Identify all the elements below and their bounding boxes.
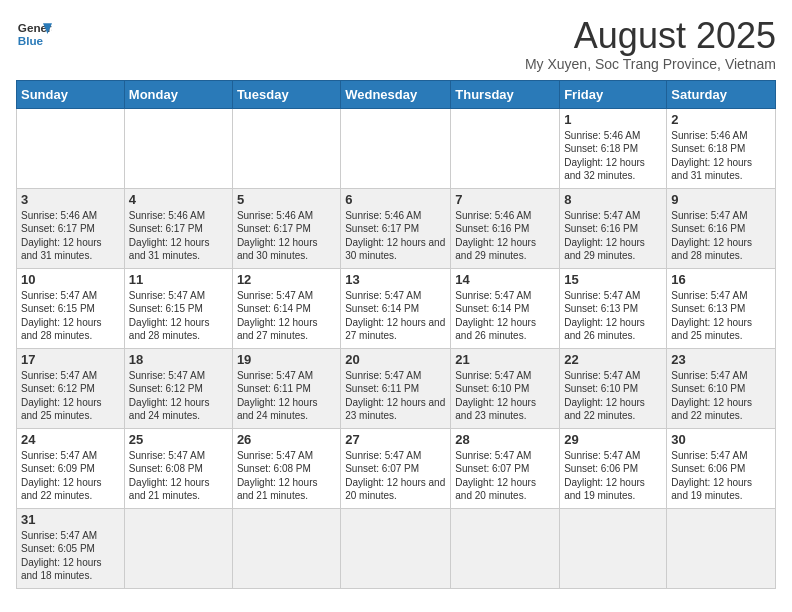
day-number: 22 (564, 352, 662, 367)
day-number: 29 (564, 432, 662, 447)
calendar-cell (17, 108, 125, 188)
day-info: Sunrise: 5:47 AM Sunset: 6:11 PM Dayligh… (237, 369, 336, 423)
day-number: 14 (455, 272, 555, 287)
day-info: Sunrise: 5:47 AM Sunset: 6:15 PM Dayligh… (21, 289, 120, 343)
calendar-cell (560, 508, 667, 588)
day-info: Sunrise: 5:47 AM Sunset: 6:11 PM Dayligh… (345, 369, 446, 423)
calendar-cell: 16Sunrise: 5:47 AM Sunset: 6:13 PM Dayli… (667, 268, 776, 348)
calendar-cell: 7Sunrise: 5:46 AM Sunset: 6:16 PM Daylig… (451, 188, 560, 268)
calendar-cell (341, 108, 451, 188)
calendar-cell: 11Sunrise: 5:47 AM Sunset: 6:15 PM Dayli… (124, 268, 232, 348)
day-info: Sunrise: 5:47 AM Sunset: 6:10 PM Dayligh… (455, 369, 555, 423)
col-tuesday: Tuesday (232, 80, 340, 108)
calendar-cell: 29Sunrise: 5:47 AM Sunset: 6:06 PM Dayli… (560, 428, 667, 508)
calendar-table: Sunday Monday Tuesday Wednesday Thursday… (16, 80, 776, 589)
day-number: 5 (237, 192, 336, 207)
calendar-cell: 18Sunrise: 5:47 AM Sunset: 6:12 PM Dayli… (124, 348, 232, 428)
calendar-cell: 8Sunrise: 5:47 AM Sunset: 6:16 PM Daylig… (560, 188, 667, 268)
day-number: 7 (455, 192, 555, 207)
day-number: 16 (671, 272, 771, 287)
col-wednesday: Wednesday (341, 80, 451, 108)
calendar-week-row: 17Sunrise: 5:47 AM Sunset: 6:12 PM Dayli… (17, 348, 776, 428)
day-number: 27 (345, 432, 446, 447)
day-number: 21 (455, 352, 555, 367)
calendar-cell: 19Sunrise: 5:47 AM Sunset: 6:11 PM Dayli… (232, 348, 340, 428)
day-info: Sunrise: 5:47 AM Sunset: 6:05 PM Dayligh… (21, 529, 120, 583)
day-number: 10 (21, 272, 120, 287)
weekday-header-row: Sunday Monday Tuesday Wednesday Thursday… (17, 80, 776, 108)
day-number: 23 (671, 352, 771, 367)
day-number: 6 (345, 192, 446, 207)
col-saturday: Saturday (667, 80, 776, 108)
col-thursday: Thursday (451, 80, 560, 108)
col-sunday: Sunday (17, 80, 125, 108)
day-info: Sunrise: 5:46 AM Sunset: 6:17 PM Dayligh… (129, 209, 228, 263)
day-info: Sunrise: 5:47 AM Sunset: 6:09 PM Dayligh… (21, 449, 120, 503)
day-number: 15 (564, 272, 662, 287)
generalblue-logo-icon: General Blue (16, 16, 52, 52)
day-info: Sunrise: 5:46 AM Sunset: 6:16 PM Dayligh… (455, 209, 555, 263)
day-info: Sunrise: 5:47 AM Sunset: 6:13 PM Dayligh… (671, 289, 771, 343)
day-info: Sunrise: 5:46 AM Sunset: 6:17 PM Dayligh… (345, 209, 446, 263)
day-number: 1 (564, 112, 662, 127)
calendar-cell: 15Sunrise: 5:47 AM Sunset: 6:13 PM Dayli… (560, 268, 667, 348)
day-info: Sunrise: 5:47 AM Sunset: 6:14 PM Dayligh… (237, 289, 336, 343)
day-info: Sunrise: 5:47 AM Sunset: 6:16 PM Dayligh… (564, 209, 662, 263)
calendar-cell: 2Sunrise: 5:46 AM Sunset: 6:18 PM Daylig… (667, 108, 776, 188)
day-number: 2 (671, 112, 771, 127)
col-monday: Monday (124, 80, 232, 108)
calendar-week-row: 31Sunrise: 5:47 AM Sunset: 6:05 PM Dayli… (17, 508, 776, 588)
calendar-cell: 9Sunrise: 5:47 AM Sunset: 6:16 PM Daylig… (667, 188, 776, 268)
day-info: Sunrise: 5:47 AM Sunset: 6:10 PM Dayligh… (671, 369, 771, 423)
day-info: Sunrise: 5:47 AM Sunset: 6:12 PM Dayligh… (21, 369, 120, 423)
calendar-cell: 23Sunrise: 5:47 AM Sunset: 6:10 PM Dayli… (667, 348, 776, 428)
day-number: 17 (21, 352, 120, 367)
day-info: Sunrise: 5:47 AM Sunset: 6:13 PM Dayligh… (564, 289, 662, 343)
day-number: 18 (129, 352, 228, 367)
calendar-cell (124, 508, 232, 588)
calendar-cell (341, 508, 451, 588)
calendar-week-row: 24Sunrise: 5:47 AM Sunset: 6:09 PM Dayli… (17, 428, 776, 508)
calendar-cell: 27Sunrise: 5:47 AM Sunset: 6:07 PM Dayli… (341, 428, 451, 508)
day-info: Sunrise: 5:47 AM Sunset: 6:14 PM Dayligh… (455, 289, 555, 343)
calendar-cell: 24Sunrise: 5:47 AM Sunset: 6:09 PM Dayli… (17, 428, 125, 508)
calendar-cell: 13Sunrise: 5:47 AM Sunset: 6:14 PM Dayli… (341, 268, 451, 348)
logo: General Blue (16, 16, 52, 52)
calendar-subtitle: My Xuyen, Soc Trang Province, Vietnam (525, 56, 776, 72)
day-info: Sunrise: 5:47 AM Sunset: 6:06 PM Dayligh… (671, 449, 771, 503)
calendar-cell: 10Sunrise: 5:47 AM Sunset: 6:15 PM Dayli… (17, 268, 125, 348)
day-info: Sunrise: 5:47 AM Sunset: 6:08 PM Dayligh… (237, 449, 336, 503)
day-number: 26 (237, 432, 336, 447)
calendar-cell: 28Sunrise: 5:47 AM Sunset: 6:07 PM Dayli… (451, 428, 560, 508)
calendar-cell: 22Sunrise: 5:47 AM Sunset: 6:10 PM Dayli… (560, 348, 667, 428)
calendar-cell: 1Sunrise: 5:46 AM Sunset: 6:18 PM Daylig… (560, 108, 667, 188)
day-number: 4 (129, 192, 228, 207)
day-number: 11 (129, 272, 228, 287)
calendar-title: August 2025 (525, 16, 776, 56)
day-number: 19 (237, 352, 336, 367)
calendar-cell: 17Sunrise: 5:47 AM Sunset: 6:12 PM Dayli… (17, 348, 125, 428)
calendar-week-row: 1Sunrise: 5:46 AM Sunset: 6:18 PM Daylig… (17, 108, 776, 188)
day-info: Sunrise: 5:47 AM Sunset: 6:08 PM Dayligh… (129, 449, 228, 503)
calendar-cell (451, 108, 560, 188)
col-friday: Friday (560, 80, 667, 108)
calendar-cell (232, 508, 340, 588)
calendar-cell: 12Sunrise: 5:47 AM Sunset: 6:14 PM Dayli… (232, 268, 340, 348)
day-number: 25 (129, 432, 228, 447)
day-info: Sunrise: 5:47 AM Sunset: 6:06 PM Dayligh… (564, 449, 662, 503)
calendar-cell: 21Sunrise: 5:47 AM Sunset: 6:10 PM Dayli… (451, 348, 560, 428)
calendar-week-row: 10Sunrise: 5:47 AM Sunset: 6:15 PM Dayli… (17, 268, 776, 348)
day-info: Sunrise: 5:47 AM Sunset: 6:07 PM Dayligh… (455, 449, 555, 503)
day-info: Sunrise: 5:47 AM Sunset: 6:15 PM Dayligh… (129, 289, 228, 343)
day-number: 13 (345, 272, 446, 287)
calendar-cell (124, 108, 232, 188)
calendar-cell: 3Sunrise: 5:46 AM Sunset: 6:17 PM Daylig… (17, 188, 125, 268)
calendar-cell: 20Sunrise: 5:47 AM Sunset: 6:11 PM Dayli… (341, 348, 451, 428)
header: General Blue August 2025 My Xuyen, Soc T… (16, 16, 776, 72)
calendar-cell (667, 508, 776, 588)
calendar-cell: 6Sunrise: 5:46 AM Sunset: 6:17 PM Daylig… (341, 188, 451, 268)
day-number: 24 (21, 432, 120, 447)
title-area: August 2025 My Xuyen, Soc Trang Province… (525, 16, 776, 72)
calendar-cell (451, 508, 560, 588)
calendar-cell: 31Sunrise: 5:47 AM Sunset: 6:05 PM Dayli… (17, 508, 125, 588)
